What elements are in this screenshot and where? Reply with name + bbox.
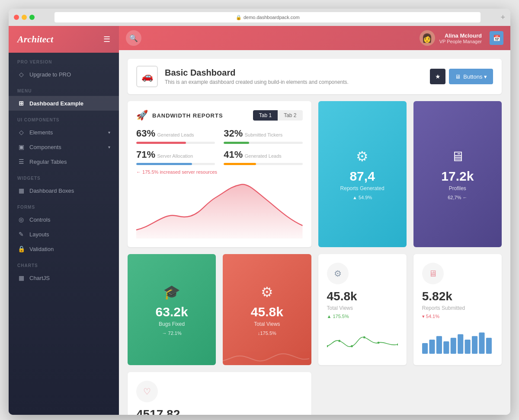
sidebar-item-elements[interactable]: ◇ Elements ▾ (9, 125, 119, 140)
browser-titlebar: 🔒 demo.dashboardpack.com + (9, 9, 510, 26)
stat-label-2: Submitted Tickers (245, 132, 282, 137)
page-title: Basic Dashboard (165, 68, 349, 78)
stat-card-label-reports: Reports Submitted (422, 305, 493, 311)
bandwidth-tabs: Tab 1 Tab 2 (253, 110, 303, 121)
address-bar[interactable]: 🔒 demo.dashboardpack.com (54, 12, 481, 22)
svg-rect-8 (436, 336, 442, 354)
svg-point-5 (397, 344, 397, 346)
stat-value-3: 71% (136, 149, 155, 160)
sidebar-label-elements: Elements (29, 129, 53, 136)
svg-rect-15 (486, 338, 492, 354)
stat-card-reports-submitted: 🖥 5.82k Reports Submitted ▾ 54.1% (413, 254, 502, 365)
boxes-icon: ▦ (17, 187, 25, 194)
layouts-icon: ✎ (17, 231, 25, 238)
sidebar-label-controls: Controls (29, 216, 50, 223)
sidebar-label-dashboard: Dashboard Example (29, 100, 83, 107)
stat-box-value-reports: 87,4 (349, 169, 375, 184)
sidebar-item-dashboard-boxes[interactable]: ▦ Dashboard Boxes (9, 183, 119, 198)
stat-box-reports: ⚙ 87,4 Reports Generated ▲ 54.9% (318, 101, 407, 247)
sidebar-item-validation[interactable]: 🔒 Validation (9, 242, 119, 256)
stat-card-value-reports: 5.82k (422, 290, 493, 303)
section-title-ui: UI COMPONENTS (9, 111, 119, 125)
stat-card-value-social: 4517.82 (136, 407, 303, 415)
minimize-btn[interactable] (22, 15, 27, 20)
monitor-icon: 🖥 (455, 73, 461, 80)
section-title-charts: CHARTS (9, 256, 119, 270)
sidebar-label-components: Components (29, 144, 61, 150)
stat-generated-leads: 63% Generated Leads (136, 128, 215, 144)
user-menu[interactable]: 👩 Alina Mclourd VP People Manager 📅 (420, 30, 503, 46)
stat-card-icon-reports: 🖥 (422, 263, 444, 284)
line-chart-views (327, 326, 398, 356)
svg-rect-7 (429, 340, 435, 354)
stat-box-views: ⚙ 45.8k Total Views ↓175.5% (223, 254, 311, 365)
stat-box-profiles: 🖥 17.2k Profiles 62,7% ← (413, 101, 502, 247)
tab1-button[interactable]: Tab 1 (253, 110, 278, 121)
stat-card-trend-views: ▲ 175.5% (327, 314, 398, 319)
stat-box-value-views: 45.8k (251, 305, 283, 319)
user-name: Alina Mclourd (439, 32, 482, 39)
stat-value-4: 41% (224, 149, 243, 160)
calendar-button[interactable]: 📅 (490, 31, 503, 45)
wave-chart (223, 348, 309, 365)
rocket-icon: 🚀 (136, 110, 148, 121)
diamond-icon: ◇ (17, 71, 25, 78)
sidebar-label-upgrade: Upgrade to PRO (29, 71, 71, 78)
stat-label-4: Generated Leads (245, 153, 282, 159)
maximize-btn[interactable] (29, 15, 35, 20)
section-title-menu: MENU (9, 82, 119, 96)
bandwidth-chart (136, 178, 303, 239)
section-title-widgets: WIDGETS (9, 169, 119, 183)
sidebar-item-controls[interactable]: ◎ Controls (9, 212, 119, 227)
stat-generated-leads-2: 41% Generated Leads (224, 149, 302, 165)
stat-box-label-profiles: Profiles (449, 185, 466, 191)
sidebar-label-chartjs: ChartJS (29, 275, 50, 281)
stat-label-1: Generated Leads (157, 132, 194, 137)
star-button[interactable]: ★ (430, 69, 445, 84)
stat-box-label-reports: Reports Generated (340, 185, 384, 191)
tab2-button[interactable]: Tab 2 (278, 110, 302, 121)
sidebar-item-components[interactable]: ▣ Components ▾ (9, 140, 119, 154)
sidebar-item-chartjs[interactable]: ▦ ChartJS (9, 270, 119, 285)
svg-rect-10 (450, 338, 456, 354)
sidebar-item-tables[interactable]: ☰ Regular Tables (9, 154, 119, 169)
page-header: 🚗 Basic Dashboard This is an example das… (128, 59, 502, 94)
user-role: VP People Manager (439, 39, 482, 44)
bandwidth-card: 🚀 BANDWIDTH REPORTS Tab 1 Tab 2 63% (128, 101, 311, 247)
page-actions: ★ 🖥 Buttons ▾ (430, 69, 493, 84)
stat-server-allocation: 71% Server Allocation (136, 149, 215, 165)
bar-chart-reports (422, 326, 493, 356)
gear-icon2: ⚙ (261, 284, 273, 300)
graduation-icon: 🎓 (163, 284, 180, 300)
sidebar-logo: Architect ☰ (9, 26, 119, 53)
main-content: 🚗 Basic Dashboard This is an example das… (119, 50, 510, 415)
sidebar-item-upgrade[interactable]: ◇ Upgrade to PRO (9, 67, 119, 82)
logo-text: Architect (17, 34, 53, 45)
stat-card-icon-social: ♡ (136, 381, 158, 402)
sidebar-item-dashboard[interactable]: ⊞ Dashboard Example (9, 96, 119, 111)
hamburger-icon[interactable]: ☰ (103, 35, 110, 44)
svg-rect-14 (479, 332, 484, 353)
svg-point-3 (363, 336, 365, 338)
bandwidth-header: 🚀 BANDWIDTH REPORTS Tab 1 Tab 2 (136, 110, 303, 121)
bandwidth-stats: 63% Generated Leads 32% Submitted Ticker… (136, 128, 303, 165)
stat-box-trend-reports: ▲ 54.9% (352, 195, 372, 200)
sidebar: Architect ☰ PRO VERSION ◇ Upgrade to PRO… (9, 26, 119, 415)
page-header-text: Basic Dashboard This is an example dashb… (165, 68, 349, 85)
stat-label-3: Server Allocation (157, 153, 193, 159)
sidebar-item-layouts[interactable]: ✎ Layouts (9, 227, 119, 242)
close-btn[interactable] (14, 15, 19, 20)
lock-icon: 🔒 (236, 15, 242, 20)
search-button[interactable]: 🔍 (126, 30, 141, 46)
app-container: Architect ☰ PRO VERSION ◇ Upgrade to PRO… (9, 26, 510, 415)
new-tab-btn[interactable]: + (500, 13, 505, 22)
browser-window: 🔒 demo.dashboardpack.com + Architect ☰ P… (9, 9, 510, 415)
tables-icon: ☰ (17, 158, 25, 165)
page-subtitle: This is an example dashboard created usi… (165, 79, 349, 85)
stat-value-1: 63% (136, 128, 155, 139)
gear-icon: ⚙ (356, 148, 368, 165)
sidebar-label-tables: Regular Tables (29, 159, 67, 165)
svg-rect-11 (458, 334, 463, 354)
stat-box-label-views: Total Views (254, 321, 280, 327)
buttons-dropdown[interactable]: 🖥 Buttons ▾ (449, 69, 493, 84)
